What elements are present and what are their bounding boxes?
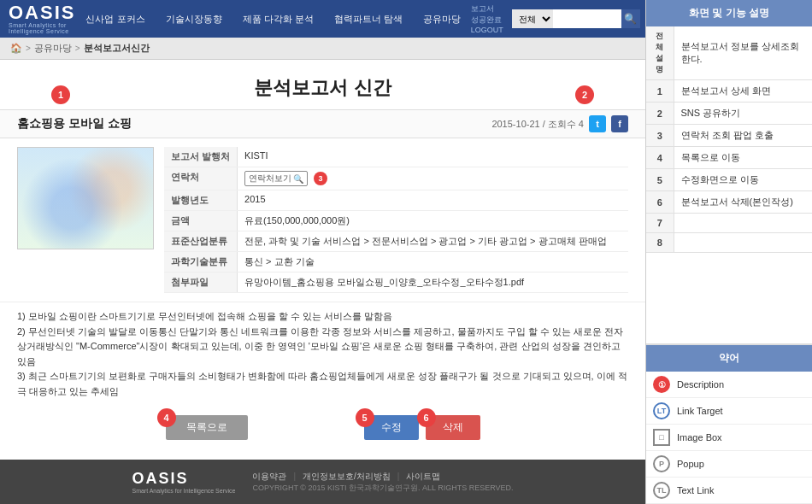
field-value-4: 전문, 과학 및 기술 서비스업 > 전문서비스업 > 광고업 > 기타 광고업… — [238, 231, 628, 252]
panel-text-overview: 분석보고서 정보를 상세조회한다. — [674, 26, 812, 80]
footer-logo: OASIS — [132, 470, 235, 488]
field-value-5: 통신 > 교환 기술 — [238, 252, 628, 273]
panel-num-4: 4 — [646, 147, 674, 169]
panel-num-overview: 전체설명 — [646, 26, 674, 80]
panel-table: 전체설명 분석보고서 정보를 상세조회한다. 1 분석보고서 상세 화면 2 S… — [646, 26, 812, 253]
desc-2: 3) 최근 스마트기기의 보편화로 구매자들의 소비형태가 변화함에 따라 홈쇼… — [17, 369, 628, 399]
breadcrumb-link-1[interactable]: 공유마당 — [34, 42, 72, 55]
breadcrumb-home[interactable]: 🏠 — [10, 43, 22, 54]
panel-row-4: 4 목록으로 이동 — [646, 147, 812, 169]
list-button[interactable]: 목록으로 — [166, 415, 248, 440]
field-value-3: 유료(150,000,000,000원) — [238, 211, 628, 231]
page-title: 분석보고서 신간 — [0, 75, 645, 101]
nav-item-2[interactable]: 제품 다각화 분석 — [232, 13, 324, 26]
legend-text-2: Image Box — [677, 432, 722, 442]
panel-text-8 — [674, 233, 812, 253]
contact-link-text: 연락처보기 — [249, 173, 291, 185]
breadcrumb-sep-2: > — [75, 44, 80, 53]
report-detail: 보고서 발행처 KISTI 연락처 연락처보기 🔍 3 발행년도 20 — [0, 138, 645, 302]
table-row: 보고서 발행처 KISTI — [164, 147, 628, 167]
panel-num-6: 6 — [646, 191, 674, 214]
top-info: 보고서 성공완료 LOGOUT — [471, 3, 503, 34]
desc-0: 1) 모바일 쇼핑이란 스마트기기로 무선인터넷에 접속해 쇼핑을 할 수 있는… — [17, 309, 628, 325]
search-select[interactable]: 전체 — [512, 9, 553, 28]
panel-text-5: 수정화면으로 이동 — [674, 169, 812, 191]
report-section-title: 홈쇼핑용 모바일 쇼핑 — [17, 116, 132, 132]
panel-header: 화면 및 기능 설명 — [646, 0, 812, 26]
field-label-4: 표준산업분류 — [164, 231, 238, 252]
header: OASIS Smart Analytics for Intelligence S… — [0, 0, 645, 38]
nav-item-3[interactable]: 협력파트너 탐색 — [324, 13, 413, 26]
footer-link-1[interactable]: 개인정보보호/처리방침 — [303, 471, 391, 483]
field-label-3: 금액 — [164, 211, 238, 231]
twitter-icon[interactable]: t — [589, 115, 606, 132]
panel-text-7 — [674, 214, 812, 233]
footer-logo-sub: Smart Analytics for Intelligence Service — [132, 488, 235, 494]
field-value-6: 유망아이템_홈쇼핑용 모바일쇼핑_이양호_오타수정_오타수정1.pdf — [238, 273, 628, 293]
field-label-0: 보고서 발행처 — [164, 147, 238, 167]
footer-link-0[interactable]: 이용약관 — [252, 471, 286, 483]
search-box: 전체 🔍 — [512, 9, 640, 28]
footer-copyright: COPYRIGHT © 2015 KISTI 한국과학기술연구원. ALL RI… — [252, 483, 513, 494]
badge-6: 6 — [417, 408, 436, 427]
contact-link-button[interactable]: 연락처보기 🔍 — [244, 171, 308, 186]
logo: OASIS — [9, 3, 75, 22]
legend-item-2: □ Image Box — [646, 425, 812, 451]
panel-row-1: 1 분석보고서 상세 화면 — [646, 80, 812, 103]
content-area: 1 분석보고서 신간 2 홈쇼핑용 모바일 쇼핑 2015-10-21 / 조회… — [0, 60, 645, 460]
panel-text-2: SNS 공유하기 — [674, 103, 812, 125]
link-target-icon: LT — [653, 402, 670, 419]
logo-sub: Smart Analytics for Intelligence Service — [9, 22, 75, 34]
field-label-6: 첨부파일 — [164, 273, 238, 293]
table-row: 표준산업분류 전문, 과학 및 기술 서비스업 > 전문서비스업 > 광고업 >… — [164, 231, 628, 252]
right-panel: 화면 및 기능 설명 전체설명 분석보고서 정보를 상세조회한다. 1 분석보고… — [645, 0, 812, 504]
panel-row-2: 2 SNS 공유하기 — [646, 103, 812, 125]
description-icon: ① — [653, 376, 670, 393]
panel-num-5: 5 — [646, 169, 674, 191]
panel-row-3: 3 연락처 조회 팝업 호출 — [646, 125, 812, 147]
legend-text-4: Text Link — [677, 485, 714, 495]
panel-row-7: 7 — [646, 214, 812, 233]
badge-2: 2 — [575, 85, 594, 104]
nav-item-4[interactable]: 공유마당 — [413, 13, 471, 26]
facebook-icon[interactable]: f — [611, 115, 628, 132]
table-row: 연락처 연락처보기 🔍 3 — [164, 167, 628, 190]
logo-area: OASIS Smart Analytics for Intelligence S… — [9, 3, 75, 34]
report-image — [17, 147, 154, 249]
legend-item-3: P Popup — [646, 451, 812, 478]
panel-num-1: 1 — [646, 80, 674, 103]
badge-5: 5 — [356, 408, 374, 427]
field-label-1: 연락처 — [164, 167, 238, 190]
page-title-section: 1 분석보고서 신간 2 — [0, 60, 645, 109]
panel-text-6: 분석보고서 삭제(본인작성) — [674, 191, 812, 214]
action-bar: 4 목록으로 5 수정 6 삭제 — [0, 407, 645, 448]
legend-text-1: Link Target — [677, 406, 723, 416]
table-row: 발행년도 2015 — [164, 190, 628, 211]
field-value-0: KISTI — [238, 147, 628, 167]
report-date: 2015-10-21 / 조회수 4 — [491, 118, 584, 131]
footer-link-2[interactable]: 사이트맵 — [406, 471, 440, 483]
main-area: OASIS Smart Analytics for Intelligence S… — [0, 0, 645, 504]
panel-text-4: 목록으로 이동 — [674, 147, 812, 169]
footer: OASIS Smart Analytics for Intelligence S… — [0, 460, 645, 504]
breadcrumb-sep-1: > — [26, 44, 31, 53]
field-label-2: 발행년도 — [164, 190, 238, 211]
panel-num-3: 3 — [646, 125, 674, 147]
image-box-icon: □ — [653, 429, 670, 446]
panel-num-2: 2 — [646, 103, 674, 125]
legend-item-1: LT Link Target — [646, 398, 812, 425]
search-button[interactable]: 🔍 — [621, 9, 640, 28]
panel-row-5: 5 수정화면으로 이동 — [646, 169, 812, 191]
nav-item-1[interactable]: 기술시장동향 — [156, 13, 232, 26]
description-section: 1) 모바일 쇼핑이란 스마트기기로 무선인터넷에 접속해 쇼핑을 할 수 있는… — [0, 302, 645, 407]
panel-num-8: 8 — [646, 233, 674, 253]
field-value-1: 연락처보기 🔍 3 — [238, 167, 628, 190]
search-input[interactable] — [553, 9, 621, 28]
nav-item-0[interactable]: 신사업 포커스 — [75, 13, 155, 26]
popup-icon: P — [653, 455, 670, 472]
badge-1: 1 — [51, 85, 70, 104]
table-row: 첨부파일 유망아이템_홈쇼핑용 모바일쇼핑_이양호_오타수정_오타수정1.pdf — [164, 273, 628, 293]
text-link-icon: TL — [653, 482, 670, 499]
panel-row-overview: 전체설명 분석보고서 정보를 상세조회한다. — [646, 26, 812, 80]
legend-item-4: TL Text Link — [646, 478, 812, 504]
